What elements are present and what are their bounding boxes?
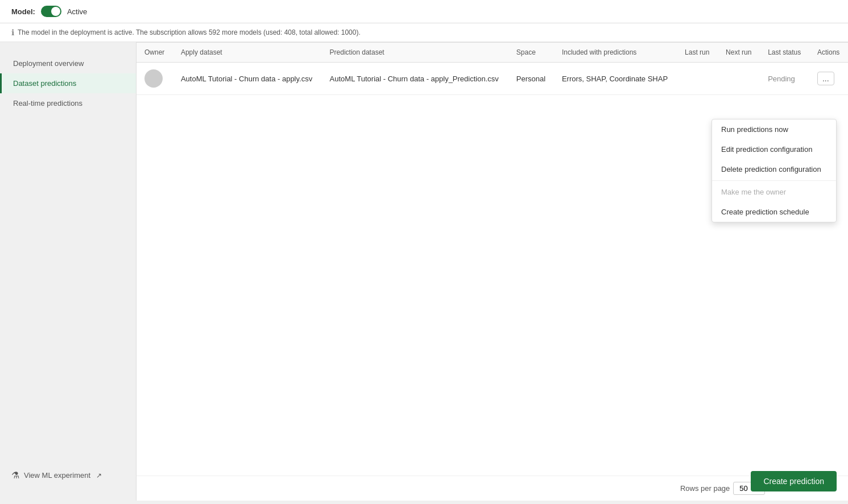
sidebar-item-real-time-predictions[interactable]: Real-time predictions xyxy=(0,93,136,113)
cell-last-status: Pending xyxy=(760,63,809,95)
dropdown-item-edit-prediction-configuration[interactable]: Edit prediction configuration xyxy=(712,139,836,159)
sidebar-footer-label: View ML experiment xyxy=(24,471,90,480)
col-prediction-dataset: Prediction dataset xyxy=(322,43,508,63)
dropdown-item-create-prediction-schedule[interactable]: Create prediction schedule xyxy=(712,202,836,222)
info-bar: ℹ The model in the deployment is active.… xyxy=(0,23,848,42)
dropdown-item-delete-prediction-configuration[interactable]: Delete prediction configuration xyxy=(712,159,836,179)
col-next-run: Next run xyxy=(718,43,760,63)
cell-actions: ... xyxy=(809,63,848,95)
cell-apply-dataset: AutoML Tutorial - Churn data - apply.csv xyxy=(173,63,322,95)
model-label: Model: xyxy=(11,7,35,16)
view-ml-experiment[interactable]: ⚗ View ML experiment ↗ xyxy=(0,461,136,489)
external-link-icon: ↗ xyxy=(96,472,102,480)
col-space: Space xyxy=(508,43,554,63)
flask-icon: ⚗ xyxy=(11,470,19,481)
info-text: The model in the deployment is active. T… xyxy=(18,28,361,36)
cell-prediction-dataset: AutoML Tutorial - Churn data - apply_Pre… xyxy=(322,63,508,95)
dropdown-divider xyxy=(712,180,836,181)
col-last-run: Last run xyxy=(677,43,718,63)
dropdown-item-make-me-owner: Make me the owner xyxy=(712,182,836,202)
table-container: Owner Apply dataset Prediction dataset S… xyxy=(136,42,848,476)
sidebar-nav: Deployment overview Dataset predictions … xyxy=(0,53,136,113)
active-status: Active xyxy=(67,7,87,16)
table-row: AutoML Tutorial - Churn data - apply.csv… xyxy=(136,63,848,95)
actions-menu-button[interactable]: ... xyxy=(817,72,834,85)
main-layout: Deployment overview Dataset predictions … xyxy=(0,42,848,501)
create-prediction-button[interactable]: Create prediction xyxy=(751,471,837,491)
col-apply-dataset: Apply dataset xyxy=(173,43,322,63)
content-area: Owner Apply dataset Prediction dataset S… xyxy=(136,42,848,501)
cell-space: Personal xyxy=(508,63,554,95)
cell-owner xyxy=(136,63,173,95)
bottom-bar: Create prediction xyxy=(136,462,848,501)
header: Model: Active xyxy=(0,0,848,23)
cell-last-run xyxy=(677,63,718,95)
model-toggle[interactable] xyxy=(41,6,61,17)
sidebar-item-dataset-predictions[interactable]: Dataset predictions xyxy=(0,73,136,93)
cell-included-with-predictions: Errors, SHAP, Coordinate SHAP xyxy=(554,63,677,95)
dropdown-menu: Run predictions now Edit prediction conf… xyxy=(712,119,837,222)
predictions-table: Owner Apply dataset Prediction dataset S… xyxy=(136,42,848,95)
col-included-with-predictions: Included with predictions xyxy=(554,43,677,63)
avatar xyxy=(144,69,163,88)
col-last-status: Last status xyxy=(760,43,809,63)
sidebar: Deployment overview Dataset predictions … xyxy=(0,42,136,501)
cell-next-run xyxy=(718,63,760,95)
info-icon: ℹ xyxy=(11,28,14,37)
dropdown-item-run-predictions-now[interactable]: Run predictions now xyxy=(712,119,836,139)
sidebar-item-deployment-overview[interactable]: Deployment overview xyxy=(0,53,136,73)
col-actions: Actions xyxy=(809,43,848,63)
col-owner: Owner xyxy=(136,43,173,63)
